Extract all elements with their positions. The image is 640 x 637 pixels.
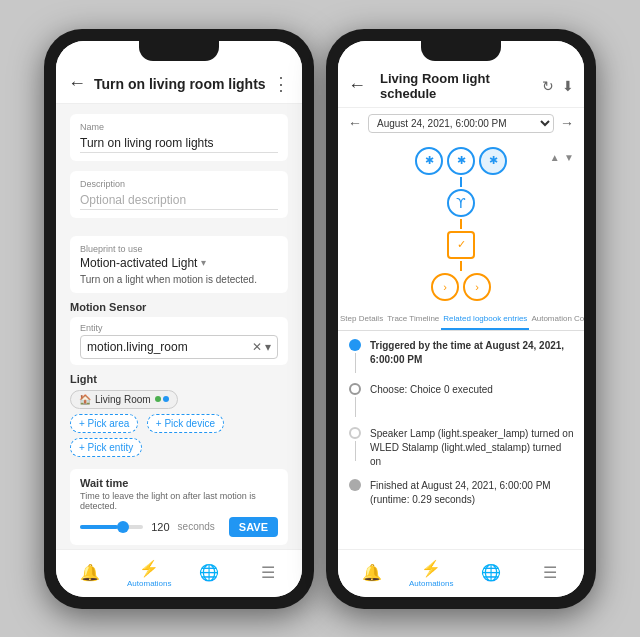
right-nav-automations-label: Automations [409, 579, 453, 588]
back-button[interactable]: ← [68, 73, 86, 94]
entity-label: Entity [80, 323, 278, 333]
date-next-button[interactable]: → [560, 115, 574, 131]
right-nav-item-home[interactable]: 🔔 [342, 563, 402, 583]
nav-item-globe[interactable]: 🌐 [179, 563, 239, 583]
home-icon: 🔔 [80, 563, 100, 582]
clear-entity-icon[interactable]: ✕ ▾ [252, 340, 271, 354]
log-text-1: Triggered by the time at August 24, 2021… [370, 339, 574, 367]
nav-item-automations[interactable]: ⚡ Automations [120, 559, 180, 588]
phone-notch [139, 41, 219, 61]
wait-section: Wait time Time to leave the light on aft… [70, 469, 288, 545]
log-text-2: Choose: Choice 0 executed [370, 383, 574, 397]
download-icon[interactable]: ⬇ [562, 78, 574, 94]
slider-fill [80, 525, 118, 529]
automation-icon: ⚡ [139, 559, 159, 578]
right-back-button[interactable]: ← [348, 75, 366, 96]
left-phone: ← Turn on living room lights ⋮ Name Turn… [44, 29, 314, 609]
diagram-node-3[interactable]: ✱ [479, 147, 507, 175]
log-entry-4: Finished at August 24, 2021, 6:00:00 PM … [348, 479, 574, 507]
wait-title: Wait time [80, 477, 278, 489]
light-section: 🏠 Living Room + Pick area + Pick device … [70, 389, 288, 461]
right-globe-icon: 🌐 [481, 563, 501, 582]
right-menu-icon: ☰ [543, 563, 557, 582]
chevron-up-icon[interactable]: ▲ [550, 152, 560, 163]
slider-thumb[interactable] [117, 521, 129, 533]
right-nav-item-automations[interactable]: ⚡ Automations [402, 559, 462, 588]
left-bottom-nav: 🔔 ⚡ Automations 🌐 ☰ [56, 549, 302, 597]
right-bottom-nav: 🔔 ⚡ Automations 🌐 ☰ [338, 549, 584, 597]
name-label: Name [80, 122, 278, 132]
status-dot-blue [163, 396, 169, 402]
phone-notch-right [421, 41, 501, 61]
save-button[interactable]: SAVE [229, 517, 278, 537]
log-dot-col-3 [348, 427, 362, 461]
diagram-connector-2 [460, 219, 462, 229]
diagram-node-bottom-2[interactable]: › [463, 273, 491, 301]
log-dot-1 [349, 339, 361, 351]
diagram-bottom-row: › › [431, 273, 491, 301]
log-entry-1: Triggered by the time at August 24, 2021… [348, 339, 574, 373]
light-chip-livingroom[interactable]: 🏠 Living Room [70, 390, 178, 409]
tabs-row: Step Details Trace Timeline Related logb… [338, 309, 584, 331]
log-text-4: Finished at August 24, 2021, 6:00:00 PM … [370, 479, 574, 507]
desc-input[interactable]: Optional description [80, 191, 278, 210]
globe-icon: 🌐 [199, 563, 219, 582]
chevron-down-icon: ▾ [201, 257, 206, 268]
diagram-node-2[interactable]: ✱ [447, 147, 475, 175]
right-nav-item-globe[interactable]: 🌐 [461, 563, 521, 583]
tab-step-details[interactable]: Step Details [338, 309, 385, 330]
lamp-icon: 🏠 [79, 394, 91, 405]
entity-value: motion.living_room [87, 340, 188, 354]
diagram-node-1[interactable]: ✱ [415, 147, 443, 175]
log-dot-4 [349, 479, 361, 491]
blueprint-dropdown[interactable]: Motion-activated Light ▾ [80, 256, 278, 270]
diagram-connector-3 [460, 261, 462, 271]
log-line-3 [355, 441, 356, 461]
left-screen: ← Turn on living room lights ⋮ Name Turn… [56, 41, 302, 597]
diagram-node-fork[interactable]: ϒ [447, 189, 475, 217]
right-nav-item-menu[interactable]: ☰ [521, 563, 581, 583]
refresh-icon[interactable]: ↻ [542, 78, 554, 94]
name-value[interactable]: Turn on living room lights [80, 134, 278, 153]
light-title: Light [70, 373, 288, 385]
menu-button[interactable]: ⋮ [272, 73, 290, 95]
log-dot-3 [349, 427, 361, 439]
pick-device-button[interactable]: + Pick device [147, 414, 224, 433]
chevron-up-down: ▲ ▼ [550, 147, 574, 165]
wait-slider[interactable] [80, 525, 143, 529]
blueprint-section: Blueprint to use Motion-activated Light … [70, 236, 288, 293]
tab-automation-config[interactable]: Automation Config [529, 309, 584, 330]
chevron-down-icon[interactable]: ▼ [564, 152, 574, 163]
right-screen: ← Living Room light schedule ↻ ⬇ ← Augus… [338, 41, 584, 597]
date-selector[interactable]: August 24, 2021, 6:00:00 PM [368, 114, 554, 133]
pick-entity-button[interactable]: + Pick entity [70, 438, 142, 457]
nav-item-menu[interactable]: ☰ [239, 563, 299, 583]
diagram-node-bottom-1[interactable]: › [431, 273, 459, 301]
date-row: ← August 24, 2021, 6:00:00 PM → [338, 108, 584, 139]
entity-input[interactable]: motion.living_room ✕ ▾ [80, 335, 278, 359]
log-entry-3: Speaker Lamp (light.speaker_lamp) turned… [348, 427, 574, 469]
blueprint-value-text: Motion-activated Light [80, 256, 197, 270]
tab-logbook-entries[interactable]: Related logbook entries [441, 309, 529, 330]
tab-trace-timeline[interactable]: Trace Timeline [385, 309, 441, 330]
diagram-node-checkbox[interactable]: ✓ [447, 231, 475, 259]
desc-field-group: Description Optional description [70, 171, 288, 218]
log-dot-col-2 [348, 383, 362, 417]
diagram-inner: ✱ ✱ ✱ ϒ ✓ › [415, 147, 507, 301]
log-dot-col-1 [348, 339, 362, 373]
log-dot-2 [349, 383, 361, 395]
pick-area-button[interactable]: + Pick area [70, 414, 138, 433]
log-section: Triggered by the time at August 24, 2021… [338, 331, 584, 549]
trace-diagram: ▲ ▼ ✱ ✱ ✱ ϒ ✓ [338, 139, 584, 309]
nav-automations-label: Automations [127, 579, 171, 588]
right-phone: ← Living Room light schedule ↻ ⬇ ← Augus… [326, 29, 596, 609]
nav-item-home[interactable]: 🔔 [60, 563, 120, 583]
wait-description: Time to leave the light on after last mo… [80, 491, 278, 511]
entity-row: Entity motion.living_room ✕ ▾ [70, 317, 288, 365]
wait-unit: seconds [178, 521, 215, 532]
header-icons: ↻ ⬇ [542, 78, 574, 94]
log-entry-2: Choose: Choice 0 executed [348, 383, 574, 417]
menu-icon: ☰ [261, 563, 275, 582]
diagram-top-row: ✱ ✱ ✱ [415, 147, 507, 175]
date-prev-button[interactable]: ← [348, 115, 362, 131]
